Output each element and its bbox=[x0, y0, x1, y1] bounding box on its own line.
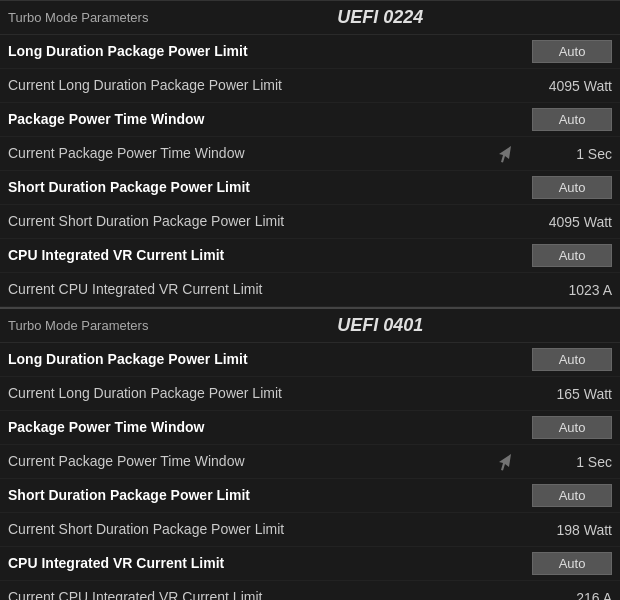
cursor-svg-current-package-power-time-0401 bbox=[495, 452, 515, 472]
section-title-uefi-0224: Turbo Mode Parameters bbox=[8, 10, 148, 25]
row-value-cpu-vr-current-limit-0401[interactable]: Auto bbox=[532, 552, 612, 575]
cursor-svg-current-package-power-time-0224 bbox=[495, 144, 515, 164]
section-uefi-0401: Turbo Mode ParametersUEFI 0401Long Durat… bbox=[0, 307, 620, 600]
section-header-uefi-0224: Turbo Mode ParametersUEFI 0224 bbox=[0, 1, 620, 35]
row-label-current-long-duration-limit-0401: Current Long Duration Package Power Limi… bbox=[8, 384, 532, 402]
row-label-short-duration-limit-0224: Short Duration Package Power Limit bbox=[8, 178, 532, 196]
row-label-long-duration-limit-0224: Long Duration Package Power Limit bbox=[8, 42, 532, 60]
row-label-cpu-vr-current-limit-0224: CPU Integrated VR Current Limit bbox=[8, 246, 532, 264]
row-value-current-long-duration-limit-0401: 165 Watt bbox=[532, 386, 612, 402]
row-package-power-time-0224[interactable]: Package Power Time WindowAuto bbox=[0, 103, 620, 137]
row-cpu-vr-current-limit-0401[interactable]: CPU Integrated VR Current LimitAuto bbox=[0, 547, 620, 581]
row-cpu-vr-current-limit-0224[interactable]: CPU Integrated VR Current LimitAuto bbox=[0, 239, 620, 273]
row-current-short-duration-limit-0224: Current Short Duration Package Power Lim… bbox=[0, 205, 620, 239]
row-value-current-package-power-time-0224: 1 Sec bbox=[532, 146, 612, 162]
row-current-long-duration-limit-0224: Current Long Duration Package Power Limi… bbox=[0, 69, 620, 103]
row-label-short-duration-limit-0401: Short Duration Package Power Limit bbox=[8, 486, 532, 504]
row-current-package-power-time-0224: Current Package Power Time Window1 Sec bbox=[0, 137, 620, 171]
row-long-duration-limit-0224[interactable]: Long Duration Package Power LimitAuto bbox=[0, 35, 620, 69]
row-current-short-duration-limit-0401: Current Short Duration Package Power Lim… bbox=[0, 513, 620, 547]
row-label-package-power-time-0401: Package Power Time Window bbox=[8, 418, 532, 436]
row-label-current-long-duration-limit-0224: Current Long Duration Package Power Limi… bbox=[8, 76, 532, 94]
section-uefi-0224: Turbo Mode ParametersUEFI 0224Long Durat… bbox=[0, 0, 620, 307]
app-container: Turbo Mode ParametersUEFI 0224Long Durat… bbox=[0, 0, 620, 600]
row-label-current-short-duration-limit-0224: Current Short Duration Package Power Lim… bbox=[8, 212, 532, 230]
row-current-package-power-time-0401: Current Package Power Time Window1 Sec bbox=[0, 445, 620, 479]
row-value-current-long-duration-limit-0224: 4095 Watt bbox=[532, 78, 612, 94]
row-value-current-cpu-vr-current-limit-0224: 1023 A bbox=[532, 282, 612, 298]
row-label-current-package-power-time-0401: Current Package Power Time Window bbox=[8, 452, 532, 470]
row-value-package-power-time-0401[interactable]: Auto bbox=[532, 416, 612, 439]
section-header-uefi-0401: Turbo Mode ParametersUEFI 0401 bbox=[0, 309, 620, 343]
row-label-package-power-time-0224: Package Power Time Window bbox=[8, 110, 532, 128]
row-long-duration-limit-0401[interactable]: Long Duration Package Power LimitAuto bbox=[0, 343, 620, 377]
row-value-package-power-time-0224[interactable]: Auto bbox=[532, 108, 612, 131]
row-current-cpu-vr-current-limit-0224: Current CPU Integrated VR Current Limit1… bbox=[0, 273, 620, 307]
row-value-current-short-duration-limit-0224: 4095 Watt bbox=[532, 214, 612, 230]
row-label-cpu-vr-current-limit-0401: CPU Integrated VR Current Limit bbox=[8, 554, 532, 572]
row-value-current-cpu-vr-current-limit-0401: 216 A bbox=[532, 590, 612, 601]
row-value-long-duration-limit-0401[interactable]: Auto bbox=[532, 348, 612, 371]
uefi-label-uefi-0224: UEFI 0224 bbox=[148, 7, 612, 28]
row-label-current-cpu-vr-current-limit-0224: Current CPU Integrated VR Current Limit bbox=[8, 280, 532, 298]
row-package-power-time-0401[interactable]: Package Power Time WindowAuto bbox=[0, 411, 620, 445]
row-label-current-package-power-time-0224: Current Package Power Time Window bbox=[8, 144, 532, 162]
row-short-duration-limit-0224[interactable]: Short Duration Package Power LimitAuto bbox=[0, 171, 620, 205]
uefi-label-uefi-0401: UEFI 0401 bbox=[148, 315, 612, 336]
row-value-cpu-vr-current-limit-0224[interactable]: Auto bbox=[532, 244, 612, 267]
row-short-duration-limit-0401[interactable]: Short Duration Package Power LimitAuto bbox=[0, 479, 620, 513]
row-value-short-duration-limit-0224[interactable]: Auto bbox=[532, 176, 612, 199]
row-label-long-duration-limit-0401: Long Duration Package Power Limit bbox=[8, 350, 532, 368]
row-value-current-short-duration-limit-0401: 198 Watt bbox=[532, 522, 612, 538]
row-value-short-duration-limit-0401[interactable]: Auto bbox=[532, 484, 612, 507]
row-label-current-cpu-vr-current-limit-0401: Current CPU Integrated VR Current Limit bbox=[8, 588, 532, 600]
row-value-current-package-power-time-0401: 1 Sec bbox=[532, 454, 612, 470]
row-current-cpu-vr-current-limit-0401: Current CPU Integrated VR Current Limit2… bbox=[0, 581, 620, 600]
section-title-uefi-0401: Turbo Mode Parameters bbox=[8, 318, 148, 333]
row-value-long-duration-limit-0224[interactable]: Auto bbox=[532, 40, 612, 63]
row-current-long-duration-limit-0401: Current Long Duration Package Power Limi… bbox=[0, 377, 620, 411]
row-label-current-short-duration-limit-0401: Current Short Duration Package Power Lim… bbox=[8, 520, 532, 538]
